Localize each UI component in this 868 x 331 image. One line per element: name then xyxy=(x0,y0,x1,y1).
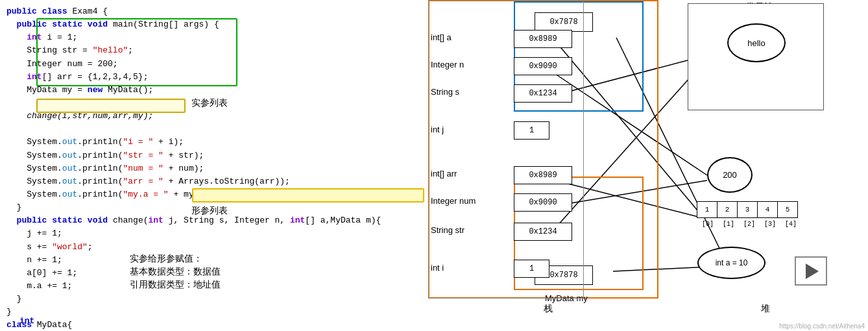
ellipse-200: 200 xyxy=(707,157,753,193)
play-button[interactable] xyxy=(795,256,827,286)
ref-type-label: 引用数据类型：地址值 xyxy=(130,279,221,291)
heap-border xyxy=(428,0,584,299)
class-close: } xyxy=(6,306,422,319)
const-pool-box: hello xyxy=(688,3,824,110)
diagram-panel: MyData m 常量池 hello 0x7878 int[] a 0x8989… xyxy=(428,0,868,331)
blank2 xyxy=(6,123,422,136)
var-num: Integer num = 200; xyxy=(6,58,422,71)
println-mya: System.out.println("my.a = " + my.a); xyxy=(6,188,422,201)
main-sig: public static void main(String[] args) { xyxy=(6,18,422,31)
basic-type-label: 基本数据类型：数据值 xyxy=(130,266,221,278)
array-cell-2: 3 xyxy=(737,201,758,218)
println-arr: System.out.println("arr = " + Arrays.toS… xyxy=(6,175,422,188)
array-cell-1: 2 xyxy=(717,201,738,218)
array-cell-3: 4 xyxy=(757,201,778,218)
mydata-open: class MyData{ xyxy=(6,319,422,331)
cline2: s += "world"; xyxy=(6,241,422,254)
println-i: System.out.println("i = " + i); xyxy=(6,136,422,149)
code-title: public class Exam4 { xyxy=(6,5,422,18)
assign-desc-label: 实参给形参赋值： xyxy=(130,253,202,265)
play-triangle xyxy=(806,264,819,279)
stack-label: 栈 xyxy=(529,303,568,315)
array-cell-0: 1 xyxy=(697,201,717,218)
cline3: n += 1; xyxy=(6,254,422,267)
formal-params-label: 形参列表 xyxy=(191,205,228,217)
ellipse-int-a: int a = 10 xyxy=(697,247,766,279)
change-close: } xyxy=(6,293,422,306)
var-i: int i = 1; xyxy=(6,31,422,44)
array-indices: [0] [1] [2] [3] [4] xyxy=(697,221,801,228)
println-str: System.out.println("str = " + str); xyxy=(6,149,422,162)
array-cells: 1 2 3 4 5 xyxy=(697,201,798,218)
watermark: https://blog.csdn.net/Aithena4 xyxy=(779,323,865,330)
println-num: System.out.println("num = " + num); xyxy=(6,162,422,175)
cline1: j += 1; xyxy=(6,227,422,240)
var-str: String str = "hello"; xyxy=(6,44,422,57)
array-cell-4: 5 xyxy=(777,201,798,218)
heap-label: 堆 xyxy=(746,303,785,315)
int-bottom-label: int xyxy=(19,316,34,326)
var-my: MyData my = new MyData(); xyxy=(6,84,422,97)
actual-params-label: 实参列表 xyxy=(191,97,228,109)
call-change: change(i,str,num,arr,my); xyxy=(6,110,422,123)
code-panel: public class Exam4 { public static void … xyxy=(0,0,428,331)
var-arr: int[] arr = {1,2,3,4,5}; xyxy=(6,71,422,84)
hello-ellipse: hello xyxy=(727,23,786,62)
